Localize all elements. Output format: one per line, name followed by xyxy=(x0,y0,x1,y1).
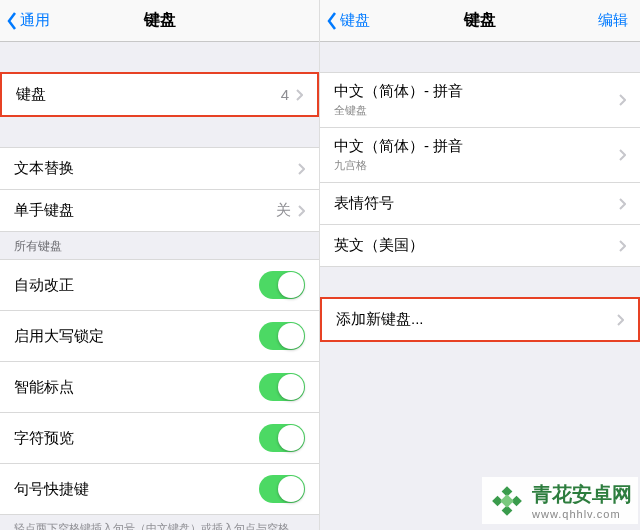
nav-title-right: 键盘 xyxy=(464,10,496,31)
keyboard-item-pinyin-full[interactable]: 中文（简体）- 拼音 全键盘 xyxy=(320,72,640,128)
keyboard-item-sublabel: 全键盘 xyxy=(334,103,463,118)
period-shortcut-toggle[interactable] xyxy=(259,475,305,503)
period-shortcut-footnote: 轻点两下空格键插入句号（中文键盘）或插入句点与空格（其他键盘）。 xyxy=(0,515,319,530)
chevron-right-icon xyxy=(297,163,305,175)
smart-punctuation-toggle[interactable] xyxy=(259,373,305,401)
row-caps-lock[interactable]: 启用大写锁定 xyxy=(0,311,319,362)
chevron-right-icon xyxy=(618,240,626,252)
back-label-right: 键盘 xyxy=(340,11,370,30)
watermark-url: www.qhhlv.com xyxy=(532,508,632,520)
back-label: 通用 xyxy=(20,11,50,30)
text-replacement-label: 文本替换 xyxy=(14,159,74,178)
chevron-right-icon xyxy=(618,94,626,106)
keyboard-item-pinyin-nine[interactable]: 中文（简体）- 拼音 九宫格 xyxy=(320,128,640,183)
chevron-right-icon xyxy=(295,89,303,101)
keyboard-item-emoji[interactable]: 表情符号 xyxy=(320,183,640,225)
row-keyboards[interactable]: 键盘 4 xyxy=(0,72,319,117)
one-handed-label: 单手键盘 xyxy=(14,201,74,220)
chevron-right-icon xyxy=(297,205,305,217)
smart-punctuation-label: 智能标点 xyxy=(14,378,74,397)
navbar-left: 通用 键盘 xyxy=(0,0,319,42)
one-handed-value: 关 xyxy=(276,201,291,220)
edit-button[interactable]: 编辑 xyxy=(598,11,628,30)
row-auto-correction[interactable]: 自动改正 xyxy=(0,259,319,311)
back-button-keyboard[interactable]: 键盘 xyxy=(326,11,370,31)
row-text-replacement[interactable]: 文本替换 xyxy=(0,147,319,190)
row-keyboards-value: 4 xyxy=(281,86,289,103)
chevron-right-icon xyxy=(618,198,626,210)
keyboard-item-label: 中文（简体）- 拼音 xyxy=(334,137,463,156)
back-button-general[interactable]: 通用 xyxy=(6,11,50,31)
auto-correction-toggle[interactable] xyxy=(259,271,305,299)
toggle-group: 自动改正 启用大写锁定 智能标点 字符预览 句号快捷键 xyxy=(0,259,319,515)
row-period-shortcut[interactable]: 句号快捷键 xyxy=(0,464,319,515)
keyboard-item-sublabel: 九宫格 xyxy=(334,158,463,173)
chevron-right-icon xyxy=(618,149,626,161)
row-smart-punctuation[interactable]: 智能标点 xyxy=(0,362,319,413)
chevron-right-icon xyxy=(616,314,624,326)
keyboard-item-label: 表情符号 xyxy=(334,194,394,213)
keyboard-item-label: 英文（美国） xyxy=(334,236,424,255)
watermark-brand: 青花安卓网 xyxy=(532,481,632,508)
keyboards-list-pane: 键盘 键盘 编辑 中文（简体）- 拼音 全键盘 中文（简体）- 拼音 九宫格 表… xyxy=(320,0,640,530)
keyboard-item-english-us[interactable]: 英文（美国） xyxy=(320,225,640,267)
character-preview-toggle[interactable] xyxy=(259,424,305,452)
logo-icon xyxy=(488,482,526,520)
character-preview-label: 字符预览 xyxy=(14,429,74,448)
nav-title-left: 键盘 xyxy=(144,10,176,31)
section-all-keyboards: 所有键盘 xyxy=(0,232,319,259)
add-new-keyboard-label: 添加新键盘... xyxy=(336,310,424,329)
caps-lock-toggle[interactable] xyxy=(259,322,305,350)
caps-lock-label: 启用大写锁定 xyxy=(14,327,104,346)
settings-keyboard-pane: 通用 键盘 键盘 4 文本替换 单手键盘 关 所有键盘 自动改正 xyxy=(0,0,320,530)
row-add-new-keyboard[interactable]: 添加新键盘... xyxy=(320,297,640,342)
chevron-left-icon xyxy=(6,11,18,31)
row-one-handed[interactable]: 单手键盘 关 xyxy=(0,190,319,232)
auto-correction-label: 自动改正 xyxy=(14,276,74,295)
row-keyboards-label: 键盘 xyxy=(16,85,46,104)
watermark: 青花安卓网 www.qhhlv.com xyxy=(482,477,638,524)
keyboard-item-label: 中文（简体）- 拼音 xyxy=(334,82,463,101)
svg-rect-4 xyxy=(500,494,513,507)
period-shortcut-label: 句号快捷键 xyxy=(14,480,89,499)
row-character-preview[interactable]: 字符预览 xyxy=(0,413,319,464)
navbar-right: 键盘 键盘 编辑 xyxy=(320,0,640,42)
chevron-left-icon xyxy=(326,11,338,31)
